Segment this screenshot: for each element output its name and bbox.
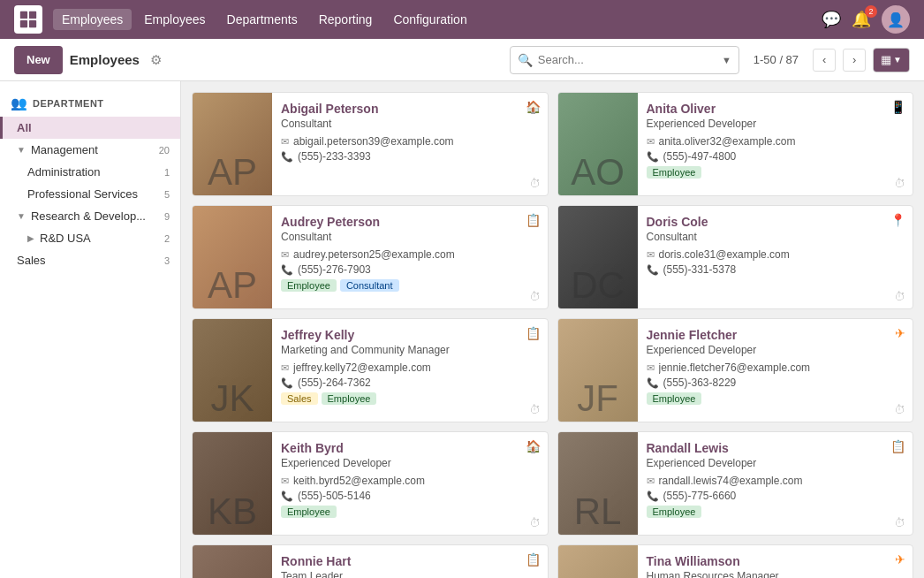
emp-info: Tina Williamson Human Resources Manager … xyxy=(638,545,913,578)
emp-tags: SalesEmployee xyxy=(281,392,539,405)
card-clock-icon: ⏱ xyxy=(894,290,905,303)
emp-title: Human Resources Manager xyxy=(647,570,905,578)
emp-email: ✉ keith.byrd52@example.com xyxy=(281,475,539,487)
emp-name: Jeffrey Kelly xyxy=(281,328,539,342)
sidebar-item-rnd-usa[interactable]: ▶ R&D USA 2 xyxy=(0,227,180,249)
sidebar-item-administration[interactable]: Administration 1 xyxy=(0,161,180,183)
search-dropdown-icon[interactable]: ▼ xyxy=(722,55,731,65)
emp-info: Audrey Peterson Consultant ✉ audrey.pete… xyxy=(272,206,548,308)
emp-initials: KB xyxy=(208,491,257,533)
emp-name: Keith Byrd xyxy=(281,441,539,455)
email-icon: ✉ xyxy=(647,475,655,487)
management-toggle-icon: ▼ xyxy=(17,145,26,155)
svg-rect-0 xyxy=(20,11,27,19)
emp-title: Experienced Developer xyxy=(647,457,905,469)
employee-card[interactable]: JF Jennie Fletcher Experienced Developer… xyxy=(557,318,914,422)
card-indicator-icon: 📋 xyxy=(526,326,541,340)
pagination-prev-button[interactable]: ‹ xyxy=(813,49,836,72)
emp-info: Anita Oliver Experienced Developer ✉ ani… xyxy=(638,93,913,195)
pagination-next-button[interactable]: › xyxy=(843,49,866,72)
user-avatar[interactable]: 👤 xyxy=(882,5,910,34)
employee-card[interactable]: KB Keith Byrd Experienced Developer ✉ ke… xyxy=(192,431,549,536)
sidebar-item-sales[interactable]: Sales 3 xyxy=(0,249,180,271)
chat-icon[interactable]: 💬 xyxy=(822,10,841,29)
phone-icon: 📞 xyxy=(647,264,659,276)
card-clock-icon: ⏱ xyxy=(529,516,541,529)
tag-employee: Employee xyxy=(281,279,337,292)
tag-employee: Employee xyxy=(322,392,377,405)
new-button[interactable]: New xyxy=(14,46,63,74)
app-logo[interactable] xyxy=(14,5,42,34)
nav-departments[interactable]: Departments xyxy=(218,9,307,30)
emp-name: Ronnie Hart xyxy=(281,554,539,568)
svg-rect-2 xyxy=(20,20,27,27)
sidebar-item-management[interactable]: ▼ Management 20 xyxy=(0,139,180,161)
search-box: 🔍 ▼ xyxy=(510,46,739,74)
employee-card[interactable]: TW Tina Williamson Human Resources Manag… xyxy=(557,544,914,578)
card-clock-icon: ⏱ xyxy=(894,516,905,529)
emp-name: Abigail Peterson xyxy=(281,102,539,116)
nav-configuration[interactable]: Configuration xyxy=(384,9,475,30)
phone-icon: 📞 xyxy=(281,264,293,276)
employee-card[interactable]: RL Randall Lewis Experienced Developer ✉… xyxy=(557,431,914,536)
emp-email: ✉ audrey.peterson25@example.com xyxy=(281,248,539,261)
card-clock-icon: ⏱ xyxy=(529,290,541,303)
employee-card[interactable]: AO Anita Oliver Experienced Developer ✉ … xyxy=(557,92,914,196)
email-icon: ✉ xyxy=(647,249,655,261)
employee-card[interactable]: AP Abigail Peterson Consultant ✉ abigail… xyxy=(192,92,549,196)
emp-phone: 📞 (555)-363-8229 xyxy=(647,376,905,389)
emp-photo: DC xyxy=(558,206,638,309)
emp-initials: AP xyxy=(208,151,257,194)
tag-employee: Employee xyxy=(647,392,702,405)
sidebar-item-all[interactable]: All xyxy=(0,117,180,139)
emp-tags: EmployeeConsultant xyxy=(281,279,539,292)
svg-rect-3 xyxy=(29,20,36,27)
emp-phone: 📞 (555)-331-5378 xyxy=(647,263,905,276)
emp-info: Abigail Peterson Consultant ✉ abigail.pe… xyxy=(272,93,548,195)
phone-icon: 📞 xyxy=(281,491,293,502)
email-icon: ✉ xyxy=(647,362,655,374)
emp-photo: AP xyxy=(193,93,272,196)
card-clock-icon: ⏱ xyxy=(894,177,905,190)
top-navigation: Employees Employees Departments Reportin… xyxy=(0,0,924,39)
emp-phone: 📞 (555)-775-6660 xyxy=(647,490,905,502)
employee-card[interactable]: RH Ronnie Hart Team Leader ✉ ronnie.hart… xyxy=(192,544,549,578)
tag-consultant: Consultant xyxy=(340,279,399,292)
sidebar-item-professional-services[interactable]: Professional Services 5 xyxy=(0,183,180,205)
phone-icon: 📞 xyxy=(647,377,659,389)
employee-card[interactable]: DC Doris Cole Consultant ✉ doris.cole31@… xyxy=(557,205,914,309)
rndusa-toggle-icon: ▶ xyxy=(27,233,34,243)
employee-card[interactable]: AP Audrey Peterson Consultant ✉ audrey.p… xyxy=(192,205,549,309)
activity-icon[interactable]: 🔔 2 xyxy=(852,10,871,29)
emp-initials: RL xyxy=(574,491,622,533)
emp-title: Consultant xyxy=(281,118,539,130)
nav-employees-app[interactable]: Employees xyxy=(53,9,132,30)
phone-icon: 📞 xyxy=(647,151,659,163)
emp-name: Jennie Fletcher xyxy=(647,328,905,342)
emp-initials: JF xyxy=(577,377,618,420)
email-icon: ✉ xyxy=(281,136,289,148)
nav-reporting[interactable]: Reporting xyxy=(310,9,382,30)
emp-name: Anita Oliver xyxy=(647,102,905,116)
nav-employees[interactable]: Employees xyxy=(135,9,214,30)
view-kanban-button[interactable]: ▦ ▼ xyxy=(874,49,909,72)
employee-card[interactable]: JK Jeffrey Kelly Marketing and Community… xyxy=(192,318,549,422)
emp-photo: JK xyxy=(193,319,272,422)
emp-phone: 📞 (555)-264-7362 xyxy=(281,376,539,389)
top-nav-icons: 💬 🔔 2 👤 xyxy=(822,5,910,34)
tag-employee: Employee xyxy=(647,506,702,518)
emp-title: Team Leader xyxy=(281,570,539,578)
emp-initials: DC xyxy=(571,264,625,307)
sidebar-item-research[interactable]: ▼ Research & Develop... 9 xyxy=(0,205,180,227)
tag-employee: Employee xyxy=(647,166,702,179)
settings-gear-icon[interactable]: ⚙ xyxy=(150,52,162,68)
search-input[interactable] xyxy=(538,53,713,66)
emp-info: Keith Byrd Experienced Developer ✉ keith… xyxy=(272,432,548,535)
emp-phone: 📞 (555)-505-5146 xyxy=(281,490,539,502)
emp-initials: JK xyxy=(210,377,254,420)
card-indicator-icon: 📋 xyxy=(526,213,541,227)
card-clock-icon: ⏱ xyxy=(529,403,541,416)
card-indicator-icon: 📋 xyxy=(526,552,541,567)
phone-icon: 📞 xyxy=(647,491,659,502)
emp-title: Marketing and Community Manager xyxy=(281,344,539,356)
